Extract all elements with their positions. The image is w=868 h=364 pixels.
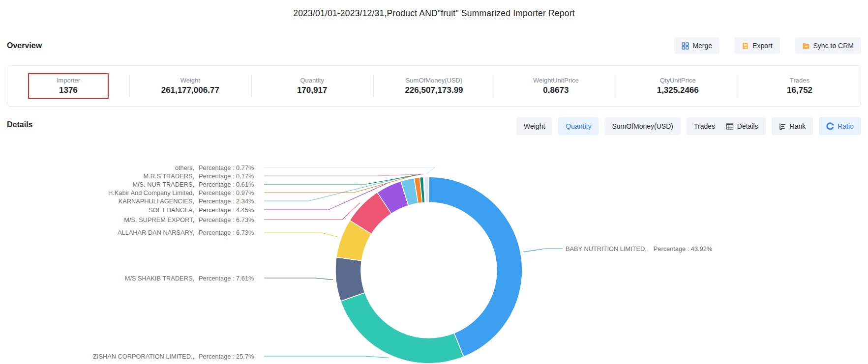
- rank-icon: [779, 123, 786, 130]
- view-button-group: DetailsRankRatio: [718, 117, 861, 135]
- slice-name-label: KARNAPHULI AGENCIES,: [119, 197, 194, 205]
- tab-label: Quantity: [566, 122, 591, 130]
- slice-name-label: M/S SHAKIB TRADERS,: [125, 275, 194, 282]
- slice-percentage-label: Percentage : 6.73%: [199, 229, 254, 236]
- stat-box: QtyUnitPrice 1,325.2466: [637, 73, 718, 99]
- overview-stats-card: Importer 1376 Weight 261,177,006.77 Quan…: [7, 65, 861, 107]
- export-icon: [742, 42, 749, 50]
- highlight-red-box: Importer 1376: [28, 73, 109, 99]
- slice-percentage-label: Percentage : 0.17%: [199, 172, 254, 180]
- tab-label: Details: [737, 122, 758, 130]
- tab-rank[interactable]: Rank: [772, 117, 813, 135]
- toolbar-actions: MergeExportSync to CRM: [674, 37, 861, 54]
- button-label: Merge: [692, 42, 712, 50]
- slice-percentage-label: Percentage : 7.61%: [199, 275, 254, 282]
- stat-box: Weight 261,177,006.77: [150, 73, 231, 99]
- label-line: [264, 174, 424, 176]
- slice-name-label: H.Kabir And Company Limited,: [108, 189, 194, 196]
- slice-percentage-label: Percentage : 4.45%: [199, 206, 254, 214]
- stat-label: Importer: [57, 77, 80, 84]
- ratio-icon: [826, 122, 834, 130]
- slice-percentage-label: Percentage : 0.97%: [199, 189, 254, 196]
- slice-percentage-label: Percentage : 0.61%: [199, 181, 254, 188]
- pie-slice-m-s-shakib-traders[interactable]: [335, 257, 365, 302]
- stat-box: Quantity 170,917: [272, 73, 353, 99]
- stat-weightunitprice: WeightUnitPrice 0.8673: [495, 66, 617, 106]
- button-label: Export: [752, 42, 772, 50]
- slice-name-label: others,: [175, 164, 194, 171]
- stat-label: WeightUnitPrice: [533, 77, 579, 84]
- stat-trades: Trades 16,752: [739, 66, 861, 106]
- slice-name-label: M/S. SUPREM EXPORT,: [124, 216, 194, 224]
- pie-slice-zishan-corporation-limited-[interactable]: [341, 293, 464, 364]
- label-line: [264, 278, 333, 280]
- stat-label: SumOfMoney(USD): [406, 77, 463, 84]
- stat-value: 1376: [59, 85, 78, 95]
- tab-label: Rank: [790, 122, 806, 130]
- details-heading: Details: [7, 120, 32, 129]
- slice-percentage-label: Percentage : 25.7%: [199, 353, 254, 360]
- sync-to-crm-icon: [802, 42, 810, 50]
- pie-slice-baby-nutrition-limited[interactable]: [429, 177, 522, 357]
- label-line: [264, 356, 389, 358]
- tab-details[interactable]: Details: [718, 117, 766, 135]
- slice-percentage-label: Percentage : 6.73%: [199, 216, 254, 224]
- label-line: [264, 203, 360, 220]
- stat-label: Weight: [180, 77, 200, 84]
- stat-value: 1,325.2466: [657, 85, 699, 95]
- stat-value: 0.8673: [543, 85, 569, 95]
- tab-label: Weight: [524, 122, 545, 130]
- stat-importer: Importer 1376: [7, 66, 129, 106]
- stat-box: SumOfMoney(USD) 226,507,173.99: [394, 73, 475, 99]
- tab-quantity[interactable]: Quantity: [558, 117, 599, 135]
- stat-sumofmoney-usd-: SumOfMoney(USD) 226,507,173.99: [373, 66, 495, 106]
- tab-sumofmoney-usd-[interactable]: SumOfMoney(USD): [604, 117, 680, 135]
- metric-tab-group: WeightQuantitySumOfMoney(USD)Trades: [516, 117, 722, 135]
- table-icon: [726, 123, 734, 130]
- slice-percentage-label: Percentage : 2.34%: [199, 197, 254, 205]
- stat-value: 226,507,173.99: [405, 85, 463, 95]
- slice-name-label: ALLAHAR DAN NARSARY,: [118, 229, 194, 236]
- importer-report-page: 2023/01/01-2023/12/31,Product AND"fruit"…: [0, 0, 868, 364]
- slice-name-label: M.R.S TRADERS,: [143, 172, 194, 180]
- overview-heading: Overview: [7, 41, 42, 50]
- slice-label: BABY NUTRITION LIMITED,Percentage : 43.9…: [566, 245, 712, 252]
- label-line: [523, 249, 563, 252]
- tab-label: SumOfMoney(USD): [612, 122, 673, 130]
- sync-to-crm-button[interactable]: Sync to CRM: [795, 37, 861, 54]
- importer-ratio-donut-chart: BABY NUTRITION LIMITED,Percentage : 43.9…: [0, 138, 868, 364]
- page-title: 2023/01/01-2023/12/31,Product AND"fruit"…: [0, 8, 868, 19]
- stat-label: Trades: [790, 77, 809, 84]
- stat-qtyunitprice: QtyUnitPrice 1,325.2466: [617, 66, 739, 106]
- tab-weight[interactable]: Weight: [516, 117, 552, 135]
- stat-quantity: Quantity 170,917: [251, 66, 373, 106]
- stat-box: WeightUnitPrice 0.8673: [515, 73, 596, 99]
- merge-button[interactable]: Merge: [674, 37, 719, 54]
- slice-name-label: M/S. NUR TRADERS,: [132, 181, 194, 188]
- stat-weight: Weight 261,177,006.77: [129, 66, 251, 106]
- slice-name-label: ZISHAN CORPORATION LIMITED.,: [93, 353, 194, 360]
- stat-value: 261,177,006.77: [161, 85, 219, 95]
- export-button[interactable]: Export: [734, 37, 779, 54]
- tab-ratio[interactable]: Ratio: [819, 117, 861, 135]
- stat-label: Quantity: [300, 77, 324, 84]
- slice-name-label: SOFT BANGLA,: [149, 206, 194, 214]
- stat-label: QtyUnitPrice: [660, 77, 696, 84]
- pie-slice-others[interactable]: [424, 177, 429, 202]
- label-line: [264, 168, 435, 174]
- button-label: Sync to CRM: [813, 42, 854, 50]
- slice-percentage-label: Percentage : 0.77%: [199, 164, 254, 171]
- tab-trades[interactable]: Trades: [687, 117, 722, 135]
- stat-box: Trades 16,752: [759, 73, 840, 99]
- stat-value: 170,917: [297, 85, 327, 95]
- stat-value: 16,752: [787, 85, 812, 95]
- merge-icon: [682, 42, 689, 50]
- tab-label: Trades: [694, 122, 715, 130]
- tab-label: Ratio: [838, 122, 854, 130]
- label-line: [264, 232, 338, 237]
